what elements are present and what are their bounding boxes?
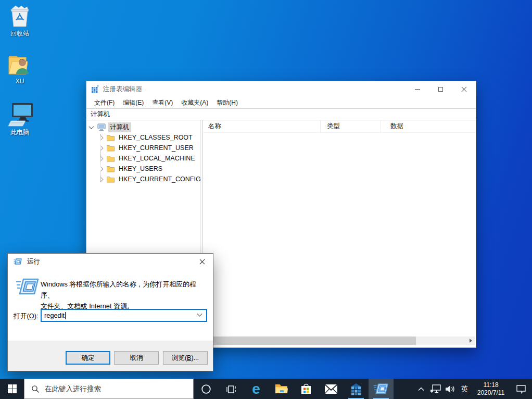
menu-file[interactable]: 文件(F) <box>90 97 119 108</box>
this-pc-icon <box>4 102 36 127</box>
run-big-icon <box>16 277 40 299</box>
network-icon <box>430 384 441 393</box>
task-view-icon <box>226 384 236 394</box>
desktop-icon-recycle-bin[interactable]: 回收站 <box>4 3 36 37</box>
chevron-right-icon[interactable] <box>98 135 104 140</box>
run-titlebar: 运行 <box>8 254 213 269</box>
taskbar-regedit-button[interactable] <box>344 379 369 399</box>
folder-icon <box>107 176 115 183</box>
mail-icon <box>325 384 337 394</box>
tray-action-center-button[interactable] <box>510 379 532 399</box>
horizontal-scrollbar[interactable] <box>204 336 475 345</box>
search-input[interactable] <box>45 385 170 393</box>
speaker-icon <box>445 385 455 393</box>
regedit-address-bar[interactable]: 计算机 <box>86 108 476 120</box>
browse-button[interactable]: 浏览(B)... <box>163 351 208 365</box>
column-header-name[interactable]: 名称 <box>203 120 321 133</box>
taskbar-mail-button[interactable] <box>319 379 344 399</box>
cancel-button[interactable]: 取消 <box>114 351 159 365</box>
column-header-type[interactable]: 类型 <box>321 120 381 133</box>
desktop-icon-this-pc[interactable]: 此电脑 <box>4 102 36 136</box>
ok-button[interactable]: 确定 <box>66 351 110 365</box>
chevron-right-icon[interactable] <box>98 177 104 182</box>
menu-help[interactable]: 帮助(H) <box>212 97 242 108</box>
menu-favorites[interactable]: 收藏夹(A) <box>177 97 212 108</box>
chevron-down-icon[interactable] <box>89 124 94 129</box>
taskbar-search-box[interactable] <box>24 379 194 399</box>
file-explorer-icon <box>275 383 288 394</box>
taskbar: e <box>0 379 532 399</box>
minimize-button[interactable] <box>406 81 429 97</box>
run-dialog-title: 运行 <box>27 257 40 266</box>
search-icon <box>31 385 40 393</box>
taskbar-edge-button[interactable]: e <box>244 379 269 399</box>
tree-item-hkey-current-config[interactable]: HKEY_CURRENT_CONFIG <box>86 174 200 184</box>
taskbar-task-view-button[interactable] <box>219 379 244 399</box>
run-app-icon <box>14 258 22 265</box>
menu-view[interactable]: 查看(V) <box>148 97 177 108</box>
store-icon <box>300 383 312 395</box>
regedit-list-pane: 名称 类型 数据 <box>203 120 476 347</box>
tray-show-hidden-icons-button[interactable] <box>414 379 428 399</box>
desktop-background: 回收站 XU <box>0 0 532 399</box>
user-folder-icon <box>4 51 36 76</box>
close-button[interactable] <box>452 81 476 97</box>
folder-icon <box>107 145 115 152</box>
regedit-menubar: 文件(F) 编辑(E) 查看(V) 收藏夹(A) 帮助(H) <box>86 97 476 108</box>
minimize-icon <box>415 89 420 90</box>
chevron-down-icon[interactable] <box>197 311 202 317</box>
maximize-button[interactable] <box>429 81 452 97</box>
tree-item-hkey-classes-root[interactable]: HKEY_CLASSES_ROOT <box>86 132 200 143</box>
run-icon <box>373 382 389 396</box>
taskbar-run-button[interactable] <box>369 379 394 399</box>
chevron-right-icon[interactable] <box>98 156 104 161</box>
tray-volume-button[interactable] <box>442 379 457 399</box>
tray-network-button[interactable] <box>428 379 442 399</box>
tray-language-indicator[interactable]: 英 <box>457 379 472 399</box>
chevron-right-icon[interactable] <box>98 145 104 151</box>
recycle-bin-icon <box>4 3 36 28</box>
folder-icon <box>107 155 115 162</box>
tree-label[interactable]: HKEY_USERS <box>117 165 164 173</box>
start-button[interactable] <box>0 379 24 399</box>
tree-item-hkey-local-machine[interactable]: HKEY_LOCAL_MACHINE <box>86 153 200 164</box>
desktop-icon-label: 此电脑 <box>4 129 36 136</box>
desktop-icon-user-folder[interactable]: XU <box>4 51 36 85</box>
run-open-input[interactable]: regedit <box>41 309 207 322</box>
cortana-icon <box>201 384 211 394</box>
tree-label-computer[interactable]: 计算机 <box>108 122 131 132</box>
chevron-right-icon[interactable] <box>98 166 104 171</box>
close-icon <box>461 86 467 92</box>
tree-label[interactable]: HKEY_CURRENT_USER <box>117 144 195 152</box>
tray-clock[interactable]: 11:18 2020/7/11 <box>472 379 510 399</box>
computer-icon <box>97 123 106 131</box>
tree-item-computer[interactable]: 计算机 <box>86 122 200 132</box>
taskbar-explorer-button[interactable] <box>269 379 294 399</box>
windows-logo-icon <box>8 384 17 393</box>
tree-label[interactable]: HKEY_CURRENT_CONFIG <box>117 175 202 183</box>
column-header-data[interactable]: 数据 <box>381 120 476 133</box>
taskbar-cortana-button[interactable] <box>194 379 219 399</box>
taskbar-store-button[interactable] <box>294 379 319 399</box>
folder-icon <box>107 166 115 172</box>
regedit-window-title: 注册表编辑器 <box>103 85 142 94</box>
scrollbar-thumb[interactable] <box>212 336 416 345</box>
tree-label[interactable]: HKEY_LOCAL_MACHINE <box>117 154 197 163</box>
desktop-icon-label: 回收站 <box>4 30 36 37</box>
tray-time: 11:18 <box>483 381 498 389</box>
folder-icon <box>107 134 115 141</box>
tree-label[interactable]: HKEY_CLASSES_ROOT <box>117 133 194 142</box>
close-icon <box>199 259 205 265</box>
desktop-icon-label: XU <box>4 78 36 85</box>
tray-date: 2020/7/11 <box>477 389 505 397</box>
run-close-button[interactable] <box>191 254 213 269</box>
regedit-app-icon <box>91 85 99 93</box>
scroll-right-icon[interactable] <box>466 336 475 345</box>
notification-icon <box>516 384 526 394</box>
menu-edit[interactable]: 编辑(E) <box>119 97 148 108</box>
edge-icon: e <box>252 382 260 396</box>
tree-item-hkey-current-user[interactable]: HKEY_CURRENT_USER <box>86 143 200 153</box>
run-description: Windows 将根据你所输入的名称，为你打开相应的程序、 文件夹、文档或 In… <box>41 279 207 311</box>
tree-item-hkey-users[interactable]: HKEY_USERS <box>86 164 200 174</box>
regedit-titlebar: 注册表编辑器 <box>86 81 476 97</box>
